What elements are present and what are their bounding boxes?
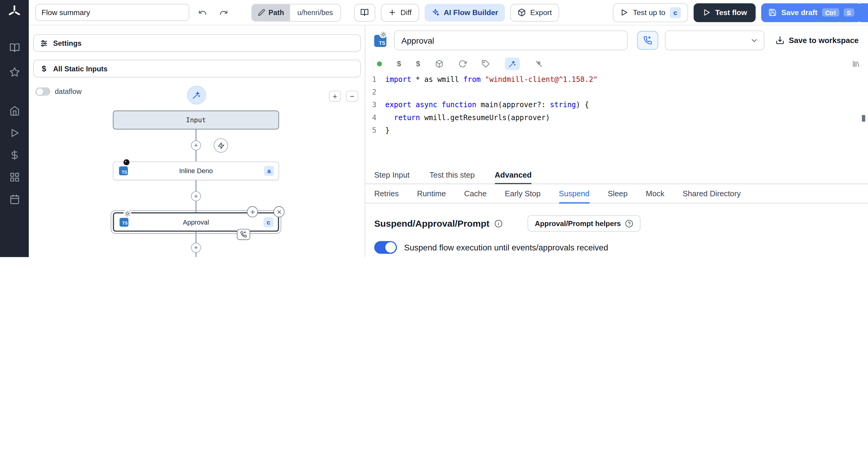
step-editor-panel: TS Save to workspace $ $ 1import * as wm…	[365, 25, 868, 257]
typescript-icon: TS	[120, 217, 128, 226]
test-up-to-button[interactable]: Test up toc	[613, 3, 688, 22]
save-draft-button[interactable]: Save draftCtrlS	[761, 3, 861, 22]
app-sidebar	[0, 0, 29, 257]
ai-flow-builder-button[interactable]: AI Flow Builder	[424, 4, 505, 21]
docs-button[interactable]	[354, 4, 375, 21]
sidebar-item-schedules[interactable]	[8, 192, 21, 206]
flow-node-inline-deno[interactable]: TS Inline Deno a	[113, 161, 279, 180]
export-button[interactable]: Export	[510, 4, 559, 21]
toggle-knob	[385, 242, 396, 252]
tab-mock[interactable]: Mock	[646, 184, 664, 203]
path-button[interactable]: Path u/henri/bes	[251, 4, 341, 21]
all-static-inputs-button[interactable]: $ All Static Inputs	[33, 60, 361, 77]
trigger-button[interactable]	[214, 138, 228, 153]
library-panel-button[interactable]	[852, 59, 861, 68]
redo-button[interactable]	[216, 5, 231, 20]
flow-summary-input[interactable]	[36, 4, 190, 21]
node-delete-button[interactable]	[273, 206, 284, 217]
helpers-label: Approval/Prompt helpers	[535, 219, 621, 228]
typescript-icon: TS	[119, 166, 128, 175]
scrollbar-mark[interactable]	[862, 115, 865, 122]
undo-button[interactable]	[195, 5, 210, 20]
approval-phone-button[interactable]	[637, 31, 658, 50]
flow-settings-button[interactable]: Settings	[33, 34, 361, 52]
tab-early-stop[interactable]: Early Stop	[505, 184, 541, 203]
resources-button[interactable]	[435, 59, 444, 68]
book-open-icon	[361, 8, 369, 17]
save-to-workspace-button[interactable]: Save to workspace	[775, 36, 859, 44]
page-scale-wrapper: Path u/henri/bes Diff AI Flow Builder Ex…	[0, 0, 868, 257]
windmill-logo-icon	[7, 4, 22, 19]
add-step-button-2[interactable]: +	[191, 192, 201, 201]
tab-retries[interactable]: Retries	[374, 184, 399, 203]
plus-icon	[388, 8, 396, 17]
tab-cache[interactable]: Cache	[464, 184, 487, 203]
sidebar-item-variables[interactable]	[8, 148, 21, 161]
windmill-logo[interactable]	[7, 4, 22, 19]
format-button[interactable]	[482, 59, 490, 68]
test-flow-label: Test flow	[715, 8, 747, 17]
step-name-input[interactable]	[394, 30, 628, 50]
add-step-button-1[interactable]: +	[191, 141, 201, 150]
sidebar-item-docs[interactable]	[8, 41, 21, 54]
sidebar-item-home[interactable]	[8, 104, 21, 117]
editor-toolbar: $ $	[365, 56, 868, 72]
suspend-heading-row: Suspend/Approval/Prompt Approval/Prompt …	[374, 215, 862, 232]
deploy-button-partial[interactable]	[857, 3, 868, 22]
help-circle-icon	[625, 219, 633, 228]
wand-icon	[192, 91, 201, 99]
tab-test-this-step[interactable]: Test this step	[430, 166, 475, 184]
windmill-flow-editor: Path u/henri/bes Diff AI Flow Builder Ex…	[0, 0, 868, 257]
script-kind-select[interactable]	[665, 30, 765, 50]
zoom-out-button[interactable]: −	[346, 91, 358, 102]
step-tabs: Step Input Test this step Advanced	[365, 166, 868, 184]
step-header: TS Save to workspace	[365, 25, 868, 55]
zoom-in-button[interactable]: +	[329, 91, 341, 102]
flow-node-approval-selected[interactable]: TS Approval c	[113, 212, 279, 232]
close-icon	[276, 209, 282, 215]
chevron-down-icon	[750, 36, 758, 45]
calendar-icon	[9, 194, 20, 204]
reload-button[interactable]	[458, 59, 467, 68]
tab-runtime[interactable]: Runtime	[417, 184, 446, 203]
ai-assistant-button[interactable]	[505, 57, 520, 70]
approval-prompt-helpers-button[interactable]: Approval/Prompt helpers	[528, 215, 641, 232]
node-add-branch-button[interactable]	[247, 206, 258, 217]
test-up-to-label: Test up to	[633, 8, 665, 17]
suspend-sun-icon	[124, 209, 131, 217]
sidebar-item-runs[interactable]	[8, 126, 21, 139]
pencil-icon	[258, 9, 265, 16]
settings-label: Settings	[53, 39, 82, 47]
undo-icon	[198, 8, 207, 17]
diff-button[interactable]: Diff	[381, 4, 419, 21]
boxes-icon	[9, 172, 20, 182]
dataflow-label: dataflow	[55, 87, 82, 96]
static-inputs-button[interactable]: $	[416, 59, 420, 68]
ai-off-button[interactable]	[535, 59, 543, 68]
variables-button[interactable]: $	[397, 59, 401, 68]
home-icon	[9, 105, 20, 116]
package-icon	[518, 8, 526, 17]
tab-shared-directory[interactable]: Shared Directory	[683, 184, 741, 203]
test-flow-button[interactable]: Test flow	[693, 3, 756, 22]
info-icon[interactable]	[494, 219, 503, 228]
dataflow-toggle[interactable]	[36, 87, 51, 96]
flow-node-input[interactable]: Input	[113, 110, 279, 129]
tab-sleep[interactable]: Sleep	[608, 184, 627, 203]
ai-graph-assistant-button[interactable]	[187, 86, 206, 104]
sidebar-item-resources[interactable]	[8, 170, 21, 183]
code-line: 5}	[365, 124, 868, 136]
step-language-badge: TS	[374, 34, 388, 47]
sidebar-item-favorites[interactable]	[8, 65, 21, 78]
tab-advanced[interactable]: Advanced	[495, 166, 532, 184]
suspend-toggle[interactable]	[374, 241, 397, 254]
validation-status-dot	[377, 61, 382, 66]
code-editor[interactable]: 1import * as wmill from "windmill-client…	[365, 72, 868, 166]
code-line: 3export async function main(approver?: s…	[365, 98, 868, 111]
code-lines: 1import * as wmill from "windmill-client…	[365, 73, 868, 136]
diff-label: Diff	[401, 8, 412, 17]
tab-suspend[interactable]: Suspend	[559, 184, 590, 203]
tab-step-input[interactable]: Step Input	[374, 166, 410, 184]
sparkles-off-icon	[535, 59, 543, 68]
add-step-button-3[interactable]: +	[191, 243, 201, 252]
